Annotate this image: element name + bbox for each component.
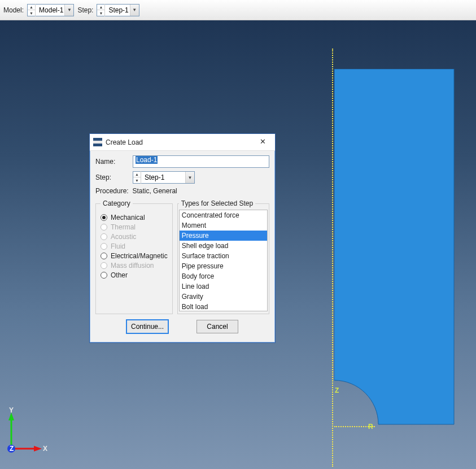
spin-down-icon[interactable]: ▼: [133, 177, 141, 184]
category-radio-mass-diffusion: Mass diffusion: [101, 262, 168, 270]
viewport-canvas[interactable]: Z R Y X Z Create Load ✕: [0, 20, 476, 469]
types-legend: Types for Selected Step: [179, 199, 255, 207]
radio-label: Electrical/Magnetic: [111, 252, 168, 260]
dialog-titlebar[interactable]: Create Load ✕: [90, 134, 275, 151]
type-item-pressure[interactable]: Pressure: [180, 231, 267, 241]
category-radio-thermal: Thermal: [101, 223, 168, 231]
chevron-down-icon[interactable]: ▼: [130, 5, 139, 16]
svg-marker-3: [34, 446, 42, 451]
triad-x-label: X: [43, 445, 47, 453]
step-combobox[interactable]: ▲ ▼ Step-1 ▼: [97, 4, 139, 16]
spin-up-icon[interactable]: ▲: [133, 171, 141, 177]
chevron-down-icon[interactable]: ▼: [185, 172, 194, 183]
type-item-concentrated-force[interactable]: Concentrated force: [180, 210, 267, 220]
radio-label: Mass diffusion: [111, 262, 154, 270]
types-listbox[interactable]: Concentrated forceMomentPressureShell ed…: [179, 210, 268, 311]
type-item-bolt-load[interactable]: Bolt load: [180, 302, 267, 311]
type-item-shell-edge-load[interactable]: Shell edge load: [180, 241, 267, 251]
triad-z-label: Z: [10, 445, 14, 453]
dialog-step-combobox[interactable]: ▲ ▼ Step-1 ▼: [133, 171, 195, 184]
radio-label: Acoustic: [111, 233, 136, 241]
step-label: Step:: [77, 6, 93, 14]
category-group: Category MechanicalThermalAcousticFluidE…: [95, 199, 173, 314]
type-item-pipe-pressure[interactable]: Pipe pressure: [180, 261, 267, 271]
spin-up-icon[interactable]: ▲: [97, 4, 104, 10]
radio-label: Thermal: [111, 223, 136, 231]
radio-icon: [101, 253, 107, 259]
spin-down-icon[interactable]: ▼: [28, 10, 35, 16]
view-triad: Y X Z: [3, 408, 49, 459]
category-radio-mechanical[interactable]: Mechanical: [101, 214, 168, 222]
category-radio-fluid: Fluid: [101, 242, 168, 250]
category-radio-acoustic: Acoustic: [101, 233, 168, 241]
category-radio-electrical-magnetic[interactable]: Electrical/Magnetic: [101, 252, 168, 260]
procedure-label: Procedure:: [95, 187, 129, 195]
radio-icon: [101, 233, 107, 240]
procedure-value: Static, General: [132, 187, 177, 195]
dialog-title: Create Load: [106, 138, 250, 146]
type-item-body-force[interactable]: Body force: [180, 271, 267, 281]
radio-icon: [101, 272, 107, 279]
model-geometry[interactable]: [334, 69, 458, 431]
symmetry-axis-vertical: [332, 49, 333, 467]
spin-down-icon[interactable]: ▼: [97, 10, 104, 16]
radio-icon: [101, 262, 107, 269]
radio-label: Other: [111, 271, 128, 279]
radio-icon: [101, 243, 107, 250]
radio-label: Mechanical: [111, 214, 145, 222]
types-group: Types for Selected Step Concentrated for…: [177, 199, 269, 314]
triad-y-label: Y: [9, 406, 14, 414]
name-input[interactable]: Load-1: [133, 155, 269, 168]
continue-button[interactable]: Continue...: [126, 320, 168, 333]
category-legend: Category: [101, 199, 133, 207]
dialog-step-value: Step-1: [141, 173, 174, 181]
create-load-dialog: Create Load ✕ Name: Load-1 Step: ▲ ▼ Ste…: [89, 133, 276, 343]
category-radio-other[interactable]: Other: [101, 271, 168, 279]
model-label: Model:: [3, 6, 24, 14]
type-item-gravity[interactable]: Gravity: [180, 292, 267, 302]
radio-label: Fluid: [111, 242, 125, 250]
type-item-surface-traction[interactable]: Surface traction: [180, 251, 267, 261]
radio-icon: [101, 224, 107, 231]
close-icon[interactable]: ✕: [254, 136, 272, 149]
spin-up-icon[interactable]: ▲: [28, 4, 35, 10]
chevron-down-icon[interactable]: ▼: [64, 5, 73, 16]
context-toolbar: Model: ▲ ▼ Model-1 ▼ Step: ▲ ▼ Step-1 ▼: [0, 0, 476, 20]
cancel-button[interactable]: Cancel: [196, 320, 238, 333]
app-icon: [93, 138, 102, 147]
dialog-step-label: Step:: [95, 173, 129, 181]
model-combobox[interactable]: ▲ ▼ Model-1 ▼: [27, 4, 74, 16]
name-label: Name:: [95, 158, 129, 166]
radio-icon: [101, 214, 107, 221]
type-item-moment[interactable]: Moment: [180, 220, 267, 231]
type-item-line-load[interactable]: Line load: [180, 281, 267, 292]
